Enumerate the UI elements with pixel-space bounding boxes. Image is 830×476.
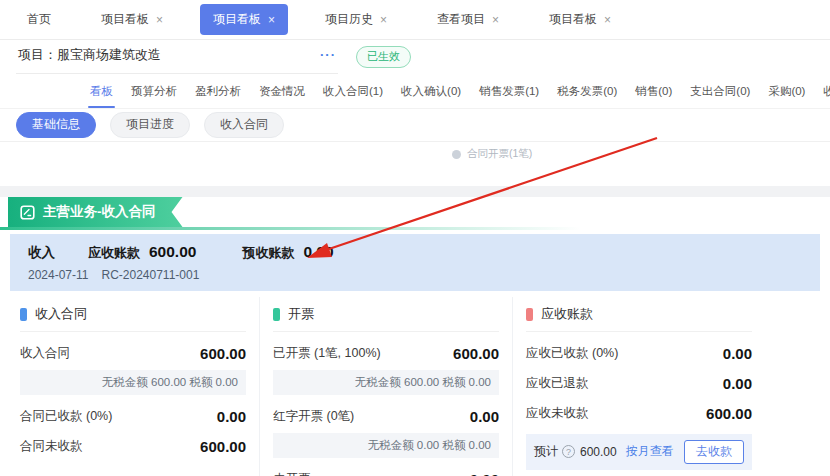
stat-columns: 收入合同 收入合同 600.00 无税金额 600.00 税额 0.00 合同已… bbox=[0, 291, 830, 476]
forecast-value: 600.00 bbox=[580, 445, 617, 459]
column-title: 应收账款 bbox=[541, 305, 593, 323]
close-icon[interactable]: × bbox=[156, 14, 163, 26]
window-tab-label: 项目看板 bbox=[213, 11, 261, 28]
forecast-label: 预计 bbox=[534, 443, 558, 460]
window-tab-project-board-active[interactable]: 项目看板 × bbox=[200, 4, 288, 35]
window-tab-project-board-2[interactable]: 项目看板 × bbox=[536, 4, 624, 35]
tab-budget-analysis[interactable]: 预算分析 bbox=[129, 74, 179, 108]
window-tab-label: 项目看板 bbox=[549, 11, 597, 28]
tab-expense-contract[interactable]: 支出合同(0) bbox=[688, 74, 752, 108]
summary-doc-no: RC-20240711-001 bbox=[102, 268, 200, 282]
window-tab-label: 项目看板 bbox=[101, 11, 149, 28]
tab-income-contract[interactable]: 收入合同(1) bbox=[321, 74, 385, 108]
stat-label: 未开票 bbox=[273, 471, 311, 476]
receivable-label: 应收账款 bbox=[88, 244, 140, 262]
window-tab-view-project[interactable]: 查看项目 × bbox=[424, 4, 512, 35]
close-icon[interactable]: × bbox=[268, 14, 275, 26]
stat-value: 600.00 bbox=[706, 405, 752, 422]
project-dashboard-page: 首页 项目看板 × 项目看板 × 项目历史 × 查看项目 × 项目看板 × 项目… bbox=[0, 0, 830, 476]
stat-label: 应收已退款 bbox=[526, 375, 589, 392]
document-icon bbox=[20, 205, 35, 220]
tab-sales[interactable]: 销售(0) bbox=[633, 74, 674, 108]
section-divider bbox=[0, 186, 830, 197]
tab-profit-analysis[interactable]: 盈利分析 bbox=[193, 74, 243, 108]
stat-label: 应收未收款 bbox=[526, 405, 589, 422]
close-icon[interactable]: × bbox=[492, 14, 499, 26]
tab-payments[interactable]: 收付款(0) bbox=[821, 74, 830, 108]
window-tab-bar: 首页 项目看板 × 项目看板 × 项目历史 × 查看项目 × 项目看板 × bbox=[0, 0, 830, 40]
stat-row: 合同未收款 600.00 bbox=[20, 438, 246, 455]
tab-tax-invoice[interactable]: 税务发票(0) bbox=[555, 74, 619, 108]
tab-purchase[interactable]: 采购(0) bbox=[766, 74, 807, 108]
tab-income-confirm[interactable]: 收入确认(0) bbox=[399, 74, 463, 108]
project-bar: 项目：服宝商场建筑改造 ··· 已生效 bbox=[0, 40, 830, 74]
stat-row: 应收已收款 (0%) 0.00 bbox=[526, 345, 752, 362]
summary-title: 收入 bbox=[28, 244, 55, 262]
status-badge: 已生效 bbox=[356, 46, 411, 67]
stat-value: 0.00 bbox=[470, 471, 499, 476]
income-summary-row[interactable]: 收入 应收账款 600.00 预收账款 0.00 2024-07-11 RC-2… bbox=[10, 234, 820, 291]
project-select-field[interactable]: 项目：服宝商场建筑改造 ··· bbox=[16, 41, 338, 74]
stat-value: 600.00 bbox=[453, 345, 499, 362]
stat-value: 0.00 bbox=[723, 345, 752, 362]
stat-value: 0.00 bbox=[723, 375, 752, 392]
tab-funds[interactable]: 资金情况 bbox=[257, 74, 307, 108]
ellipsis-more-icon[interactable]: ··· bbox=[320, 47, 336, 62]
main-business-card: 主营业务-收入合同 收入 应收账款 600.00 预收账款 0.00 2024-… bbox=[0, 197, 830, 425]
stat-label: 合同未收款 bbox=[20, 438, 83, 455]
stat-value: 0.00 bbox=[470, 408, 499, 425]
project-label: 项目： bbox=[18, 47, 57, 62]
tax-detail-strip: 无税金额 600.00 税额 0.00 bbox=[20, 370, 246, 395]
chart-legend-strip: 合同开票(1笔) bbox=[0, 142, 830, 186]
section-banner: 主营业务-收入合同 bbox=[8, 197, 183, 227]
tab-sales-invoice[interactable]: 销售发票(1) bbox=[477, 74, 541, 108]
stat-value: 600.00 bbox=[200, 345, 246, 362]
advance-label: 预收账款 bbox=[242, 244, 294, 262]
stat-row: 收入合同 600.00 bbox=[20, 345, 246, 362]
help-icon[interactable]: ? bbox=[562, 445, 575, 458]
column-invoicing: 开票 已开票 (1笔, 100%) 600.00 无税金额 600.00 税额 … bbox=[259, 297, 499, 476]
window-tab-project-history[interactable]: 项目历史 × bbox=[312, 4, 400, 35]
stat-row: 未开票 0.00 bbox=[273, 471, 499, 476]
project-name-value: 服宝商场建筑改造 bbox=[57, 47, 161, 62]
advance-value: 0.00 bbox=[303, 243, 333, 261]
section-banner-title: 主营业务-收入合同 bbox=[43, 203, 156, 221]
ribbon-underline bbox=[0, 227, 830, 230]
section-pill-bar: 基础信息 项目进度 收入合同 bbox=[0, 109, 830, 142]
close-icon[interactable]: × bbox=[604, 14, 611, 26]
forecast-strip: 预计 ? 600.00 按月查看 去收款 bbox=[526, 434, 752, 470]
window-tab-project-board-1[interactable]: 项目看板 × bbox=[88, 4, 176, 35]
legend-label: 合同开票(1笔) bbox=[467, 147, 532, 161]
close-icon[interactable]: × bbox=[380, 14, 387, 26]
summary-line-2: 2024-07-11 RC-20240711-001 bbox=[28, 268, 802, 282]
view-by-month-link[interactable]: 按月查看 bbox=[626, 443, 674, 460]
column-receivables: 应收账款 应收已收款 (0%) 0.00 应收已退款 0.00 应收未收款 60… bbox=[512, 297, 752, 476]
column-income-contract: 收入合同 收入合同 600.00 无税金额 600.00 税额 0.00 合同已… bbox=[20, 297, 246, 476]
pill-income-contract[interactable]: 收入合同 bbox=[204, 112, 284, 138]
stat-value: 0.00 bbox=[217, 408, 246, 425]
stat-label: 已开票 (1笔, 100%) bbox=[273, 345, 381, 362]
stat-row: 已开票 (1笔, 100%) 600.00 bbox=[273, 345, 499, 362]
stat-label: 合同已收款 (0%) bbox=[20, 408, 112, 425]
teal-marker-icon bbox=[273, 308, 280, 321]
column-title: 收入合同 bbox=[35, 305, 87, 323]
pill-project-progress[interactable]: 项目进度 bbox=[110, 112, 190, 138]
pill-basic-info[interactable]: 基础信息 bbox=[16, 112, 96, 138]
legend-dot-icon bbox=[452, 150, 461, 159]
legend-item-contract-invoicing[interactable]: 合同开票(1笔) bbox=[452, 147, 532, 161]
window-tab-home[interactable]: 首页 bbox=[14, 4, 64, 35]
column-header: 收入合同 bbox=[20, 297, 246, 332]
blue-marker-icon bbox=[20, 308, 27, 321]
red-marker-icon bbox=[526, 308, 533, 321]
project-name: 项目：服宝商场建筑改造 bbox=[18, 46, 161, 64]
tab-kanban[interactable]: 看板 bbox=[88, 74, 115, 108]
stat-label: 应收已收款 (0%) bbox=[526, 345, 618, 362]
stat-label: 收入合同 bbox=[20, 345, 70, 362]
tax-detail-strip: 无税金额 600.00 税额 0.00 bbox=[273, 370, 499, 395]
summary-line-1: 收入 应收账款 600.00 预收账款 0.00 bbox=[28, 243, 802, 262]
column-title: 开票 bbox=[288, 305, 314, 323]
stat-row: 合同已收款 (0%) 0.00 bbox=[20, 408, 246, 425]
go-collect-button[interactable]: 去收款 bbox=[684, 440, 744, 464]
window-tab-label: 查看项目 bbox=[437, 11, 485, 28]
stat-row: 应收未收款 600.00 bbox=[526, 405, 752, 422]
